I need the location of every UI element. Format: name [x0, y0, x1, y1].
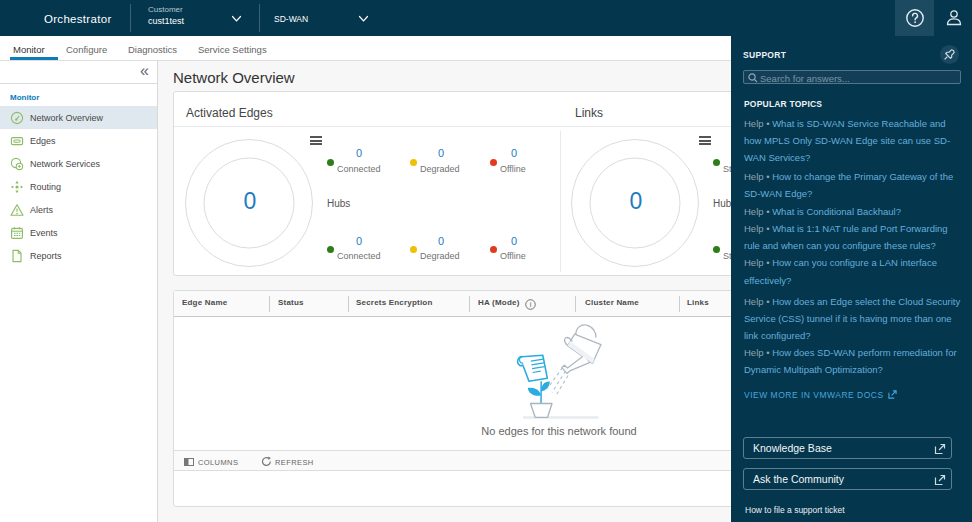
- svg-text:0: 0: [244, 188, 257, 214]
- svg-text:i: i: [530, 300, 532, 309]
- svg-text:0: 0: [630, 188, 643, 214]
